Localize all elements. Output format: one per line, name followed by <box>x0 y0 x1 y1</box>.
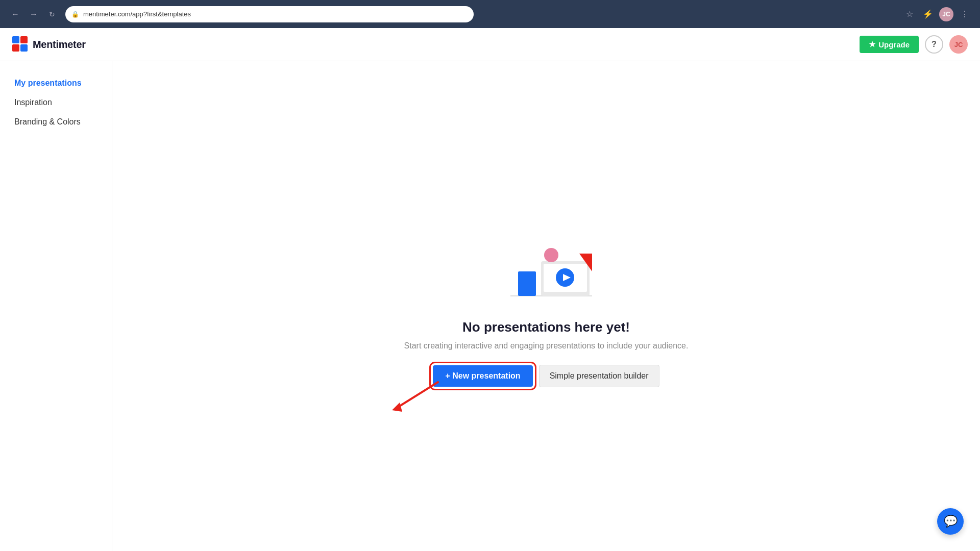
upgrade-label: Upgrade <box>878 40 910 49</box>
browser-actions: ☆ ⚡ JC ⋮ <box>902 7 972 21</box>
sidebar-label-branding: Branding & Colors <box>14 117 81 127</box>
url-text: mentimeter.com/app?first&templates <box>83 10 191 18</box>
empty-state-subtitle: Start creating interactive and engaging … <box>404 341 689 350</box>
profile-button[interactable]: JC <box>939 7 953 21</box>
lock-icon: 🔒 <box>71 11 79 18</box>
app-header: Mentimeter ★ Upgrade ? JC <box>0 28 980 61</box>
svg-rect-0 <box>12 36 19 43</box>
logo-text: Mentimeter <box>33 39 86 51</box>
chat-button[interactable]: 💬 <box>937 508 964 535</box>
upgrade-button[interactable]: ★ Upgrade <box>860 36 919 53</box>
help-label: ? <box>932 40 937 49</box>
chrome-avatar: JC <box>939 7 953 21</box>
svg-rect-2 <box>12 44 19 52</box>
sidebar-label-my-presentations: My presentations <box>14 79 82 88</box>
empty-state-title: No presentations here yet! <box>462 319 630 335</box>
new-presentation-button[interactable]: + New presentation <box>433 365 532 387</box>
menu-button[interactable]: ⋮ <box>958 7 972 21</box>
star-button[interactable]: ☆ <box>902 7 917 21</box>
extensions-button[interactable]: ⚡ <box>921 7 935 21</box>
svg-line-12 <box>397 382 438 408</box>
content-area: No presentations here yet! Start creatin… <box>112 61 980 551</box>
forward-button[interactable]: → <box>27 7 41 21</box>
svg-rect-1 <box>20 36 28 43</box>
svg-marker-13 <box>392 403 402 412</box>
svg-rect-5 <box>518 271 536 296</box>
sidebar-item-branding[interactable]: Branding & Colors <box>0 112 112 132</box>
avatar-initials: JC <box>954 41 963 48</box>
sidebar: My presentations Inspiration Branding & … <box>0 61 112 551</box>
browser-chrome: ← → ↻ 🔒 mentimeter.com/app?first&templat… <box>0 0 980 28</box>
simple-builder-button[interactable]: Simple presentation builder <box>539 365 659 387</box>
chat-icon: 💬 <box>944 515 958 528</box>
logo-icon <box>12 36 29 53</box>
svg-point-11 <box>544 248 558 262</box>
sidebar-item-inspiration[interactable]: Inspiration <box>0 93 112 112</box>
sidebar-label-inspiration: Inspiration <box>14 98 52 107</box>
star-icon: ★ <box>869 40 875 49</box>
nav-buttons: ← → ↻ <box>8 7 59 21</box>
header-actions: ★ Upgrade ? JC <box>860 35 968 54</box>
help-button[interactable]: ? <box>925 35 943 54</box>
main-layout: My presentations Inspiration Branding & … <box>0 61 980 551</box>
sidebar-item-my-presentations[interactable]: My presentations <box>0 73 112 93</box>
address-bar[interactable]: 🔒 mentimeter.com/app?first&templates <box>65 6 474 22</box>
svg-rect-3 <box>20 44 28 52</box>
user-avatar[interactable]: JC <box>949 35 968 54</box>
action-buttons: + New presentation Simple presentation b… <box>433 365 659 387</box>
reload-button[interactable]: ↻ <box>45 7 59 21</box>
logo-area: Mentimeter <box>12 36 86 53</box>
illustration <box>490 226 602 307</box>
back-button[interactable]: ← <box>8 7 22 21</box>
